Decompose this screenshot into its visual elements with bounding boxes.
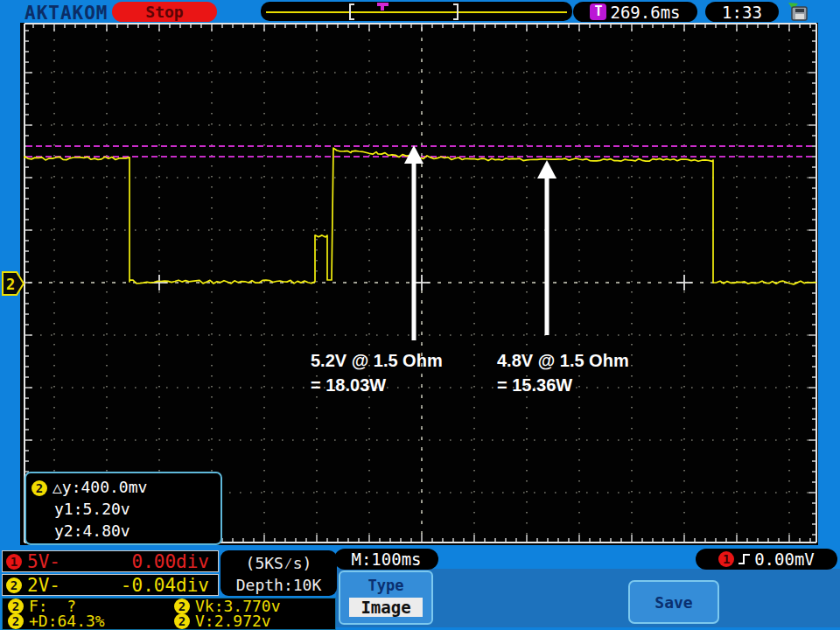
type-menu-label: Type: [340, 577, 431, 594]
trigger-level-value: 0.00mV: [754, 550, 815, 569]
oscilloscope-frame: AKTAKOM Stop T 269.6ms 1:33: [0, 0, 840, 630]
rising-edge-icon: [737, 551, 752, 567]
run-state-badge: Stop: [112, 2, 217, 22]
storage-icon: [786, 2, 808, 22]
measurement-voltage-value: V:2.972v: [195, 612, 271, 630]
channel2-position: -0.04div: [121, 575, 209, 596]
annotation-5v2: 5.2V @ 1.5 Ohm = 18.03W: [311, 348, 443, 397]
timebase-value: M:100ms: [351, 550, 421, 569]
acquisition-info-box: (5KS⁄s) Depth:10K: [220, 550, 337, 596]
channel2-scale: 2V-: [27, 575, 60, 596]
trigger-level-readout: 1 0.00mV: [696, 549, 837, 570]
measurement-voltage: 2V:2.972v: [169, 612, 335, 630]
channel1-status-row: 1 5V- 0.00div: [2, 550, 219, 572]
svg-text:2: 2: [6, 276, 15, 293]
clock-readout: 1:33: [705, 2, 779, 22]
timebase-readout: M:100ms: [334, 549, 438, 570]
measurements-row-2: 2+D:64.3% 2V:2.972v: [3, 613, 335, 628]
save-button[interactable]: Save: [628, 580, 719, 624]
cursor-delta-value: △y:400.0mv: [52, 478, 147, 496]
measurement-duty-value: +D:64.3%: [29, 612, 105, 630]
channel1-position: 0.00div: [131, 551, 209, 572]
trigger-t-icon: T: [590, 4, 606, 20]
channel2-badge: 2: [6, 578, 22, 593]
annotation-5v2-line2: = 18.03W: [311, 373, 443, 397]
memory-depth-label: Depth:10K: [220, 574, 337, 596]
channel2-badge: 2: [174, 613, 190, 629]
cursor-y1-value: y1:5.20v: [32, 498, 220, 520]
trigger-position-strip: [261, 2, 572, 21]
measurement-duty: 2+D:64.3%: [3, 612, 169, 630]
measurements-panel: 2F: ? 2Vk:3.770v 2+D:64.3% 2V:2.972v: [2, 598, 336, 630]
clock-value: 1:33: [722, 3, 762, 22]
cursor-delta-row: 2△y:400.0mv: [32, 476, 220, 498]
channel2-status-row: 2 2V- -0.04div: [2, 574, 219, 596]
cursor-readout-panel: 2△y:400.0mv y1:5.20v y2:4.80v: [24, 472, 222, 545]
sample-rate-label: (5KS⁄s): [220, 552, 337, 574]
channel1-badge: 1: [6, 554, 22, 570]
annotation-4v8: 4.8V @ 1.5 Ohm = 15.36W: [497, 348, 629, 397]
channel2-badge: 2: [32, 480, 47, 496]
channel1-scale: 5V-: [27, 551, 60, 572]
scope-screen: [20, 23, 818, 545]
trigger-position-graphic: [261, 2, 572, 21]
brand-logo: AKTAKOM: [24, 3, 108, 24]
cursor-y2-value: y2:4.80v: [32, 520, 220, 542]
run-state-label: Stop: [145, 3, 183, 21]
type-menu-button[interactable]: Type Image: [339, 570, 433, 625]
trigger-position-marker: [377, 3, 388, 10]
save-button-label: Save: [654, 593, 692, 612]
annotation-4v8-line2: = 15.36W: [497, 373, 629, 397]
trigger-time-readout: T 269.6ms: [573, 2, 697, 22]
type-menu-value[interactable]: Image: [349, 598, 423, 617]
channel2-badge: 2: [8, 613, 24, 629]
trigger-channel-badge: 1: [718, 551, 734, 567]
trigger-time-value: 269.6ms: [610, 3, 680, 22]
annotation-5v2-line1: 5.2V @ 1.5 Ohm: [311, 348, 443, 373]
annotation-4v8-line1: 4.8V @ 1.5 Ohm: [497, 348, 629, 373]
